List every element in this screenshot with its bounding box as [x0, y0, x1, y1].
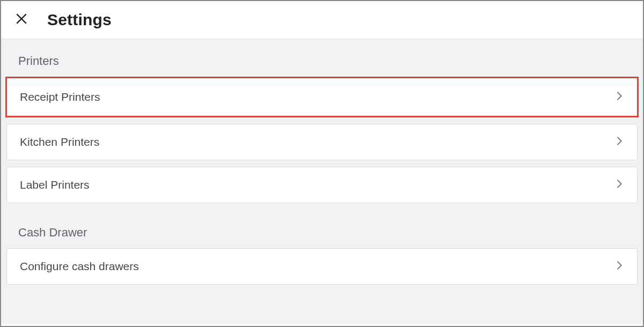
section-heading-cash-drawer: Cash Drawer — [5, 221, 639, 248]
page-title: Settings — [47, 11, 112, 29]
list-item-label: Receipt Printers — [20, 91, 100, 103]
list-item-label: Configure cash drawers — [20, 260, 139, 273]
list-item-label-printers[interactable]: Label Printers — [6, 167, 638, 203]
close-button[interactable] — [13, 11, 30, 28]
list-item-receipt-printers[interactable]: Receipt Printers — [5, 77, 639, 117]
chevron-right-icon — [613, 178, 625, 192]
list-item-label: Kitchen Printers — [20, 136, 99, 148]
chevron-right-icon — [613, 259, 625, 273]
list-item-label: Label Printers — [20, 179, 90, 191]
close-icon — [14, 12, 28, 28]
chevron-right-icon — [613, 90, 625, 104]
list-item-kitchen-printers[interactable]: Kitchen Printers — [6, 124, 638, 160]
list-item-configure-cash-drawers[interactable]: Configure cash drawers — [6, 248, 638, 285]
chevron-right-icon — [613, 135, 625, 149]
settings-header: Settings — [1, 1, 643, 39]
settings-content: Printers Receipt Printers Kitchen Printe… — [1, 39, 643, 324]
section-heading-printers: Printers — [5, 50, 639, 77]
